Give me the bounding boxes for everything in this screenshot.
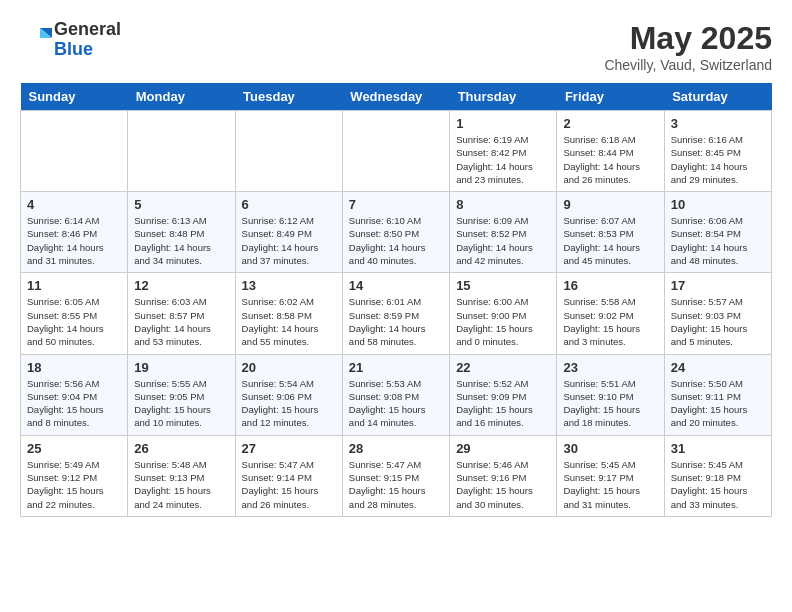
- day-info: Sunrise: 5:49 AM Sunset: 9:12 PM Dayligh…: [27, 458, 121, 511]
- calendar-cell: 28Sunrise: 5:47 AM Sunset: 9:15 PM Dayli…: [342, 435, 449, 516]
- day-info: Sunrise: 5:48 AM Sunset: 9:13 PM Dayligh…: [134, 458, 228, 511]
- day-info: Sunrise: 6:01 AM Sunset: 8:59 PM Dayligh…: [349, 295, 443, 348]
- calendar-week-2: 4Sunrise: 6:14 AM Sunset: 8:46 PM Daylig…: [21, 192, 772, 273]
- weekday-header-monday: Monday: [128, 83, 235, 111]
- logo-text: General Blue: [54, 20, 121, 60]
- logo: General Blue: [20, 20, 121, 60]
- calendar-cell: 17Sunrise: 5:57 AM Sunset: 9:03 PM Dayli…: [664, 273, 771, 354]
- day-number: 11: [27, 278, 121, 293]
- month-title: May 2025: [604, 20, 772, 57]
- day-info: Sunrise: 6:07 AM Sunset: 8:53 PM Dayligh…: [563, 214, 657, 267]
- day-info: Sunrise: 5:47 AM Sunset: 9:15 PM Dayligh…: [349, 458, 443, 511]
- day-info: Sunrise: 5:51 AM Sunset: 9:10 PM Dayligh…: [563, 377, 657, 430]
- calendar-cell: 11Sunrise: 6:05 AM Sunset: 8:55 PM Dayli…: [21, 273, 128, 354]
- logo-blue: Blue: [54, 40, 121, 60]
- day-info: Sunrise: 5:52 AM Sunset: 9:09 PM Dayligh…: [456, 377, 550, 430]
- day-number: 23: [563, 360, 657, 375]
- calendar-cell: 10Sunrise: 6:06 AM Sunset: 8:54 PM Dayli…: [664, 192, 771, 273]
- day-info: Sunrise: 6:19 AM Sunset: 8:42 PM Dayligh…: [456, 133, 550, 186]
- calendar-week-1: 1Sunrise: 6:19 AM Sunset: 8:42 PM Daylig…: [21, 111, 772, 192]
- day-number: 20: [242, 360, 336, 375]
- calendar-cell: 15Sunrise: 6:00 AM Sunset: 9:00 PM Dayli…: [450, 273, 557, 354]
- page-header: General Blue May 2025 Chevilly, Vaud, Sw…: [20, 20, 772, 73]
- day-number: 31: [671, 441, 765, 456]
- calendar-cell: 16Sunrise: 5:58 AM Sunset: 9:02 PM Dayli…: [557, 273, 664, 354]
- day-info: Sunrise: 6:05 AM Sunset: 8:55 PM Dayligh…: [27, 295, 121, 348]
- calendar-cell: [21, 111, 128, 192]
- calendar-cell: [235, 111, 342, 192]
- day-info: Sunrise: 5:57 AM Sunset: 9:03 PM Dayligh…: [671, 295, 765, 348]
- calendar-cell: 4Sunrise: 6:14 AM Sunset: 8:46 PM Daylig…: [21, 192, 128, 273]
- calendar-cell: [128, 111, 235, 192]
- calendar-cell: 25Sunrise: 5:49 AM Sunset: 9:12 PM Dayli…: [21, 435, 128, 516]
- day-number: 5: [134, 197, 228, 212]
- day-info: Sunrise: 5:56 AM Sunset: 9:04 PM Dayligh…: [27, 377, 121, 430]
- day-info: Sunrise: 6:10 AM Sunset: 8:50 PM Dayligh…: [349, 214, 443, 267]
- calendar-cell: 8Sunrise: 6:09 AM Sunset: 8:52 PM Daylig…: [450, 192, 557, 273]
- day-info: Sunrise: 6:16 AM Sunset: 8:45 PM Dayligh…: [671, 133, 765, 186]
- day-number: 9: [563, 197, 657, 212]
- day-number: 4: [27, 197, 121, 212]
- calendar-cell: 18Sunrise: 5:56 AM Sunset: 9:04 PM Dayli…: [21, 354, 128, 435]
- calendar-cell: 3Sunrise: 6:16 AM Sunset: 8:45 PM Daylig…: [664, 111, 771, 192]
- day-info: Sunrise: 6:02 AM Sunset: 8:58 PM Dayligh…: [242, 295, 336, 348]
- day-info: Sunrise: 6:14 AM Sunset: 8:46 PM Dayligh…: [27, 214, 121, 267]
- calendar-cell: 14Sunrise: 6:01 AM Sunset: 8:59 PM Dayli…: [342, 273, 449, 354]
- calendar-cell: 27Sunrise: 5:47 AM Sunset: 9:14 PM Dayli…: [235, 435, 342, 516]
- day-number: 14: [349, 278, 443, 293]
- calendar-cell: 24Sunrise: 5:50 AM Sunset: 9:11 PM Dayli…: [664, 354, 771, 435]
- calendar-week-3: 11Sunrise: 6:05 AM Sunset: 8:55 PM Dayli…: [21, 273, 772, 354]
- logo-general: General: [54, 20, 121, 40]
- calendar-cell: 13Sunrise: 6:02 AM Sunset: 8:58 PM Dayli…: [235, 273, 342, 354]
- day-number: 29: [456, 441, 550, 456]
- day-number: 18: [27, 360, 121, 375]
- calendar-cell: 30Sunrise: 5:45 AM Sunset: 9:17 PM Dayli…: [557, 435, 664, 516]
- day-number: 15: [456, 278, 550, 293]
- weekday-header-row: SundayMondayTuesdayWednesdayThursdayFrid…: [21, 83, 772, 111]
- calendar-table: SundayMondayTuesdayWednesdayThursdayFrid…: [20, 83, 772, 517]
- calendar-cell: 22Sunrise: 5:52 AM Sunset: 9:09 PM Dayli…: [450, 354, 557, 435]
- day-number: 17: [671, 278, 765, 293]
- title-block: May 2025 Chevilly, Vaud, Switzerland: [604, 20, 772, 73]
- day-info: Sunrise: 6:03 AM Sunset: 8:57 PM Dayligh…: [134, 295, 228, 348]
- calendar-cell: 31Sunrise: 5:45 AM Sunset: 9:18 PM Dayli…: [664, 435, 771, 516]
- day-number: 2: [563, 116, 657, 131]
- weekday-header-thursday: Thursday: [450, 83, 557, 111]
- day-info: Sunrise: 6:18 AM Sunset: 8:44 PM Dayligh…: [563, 133, 657, 186]
- calendar-cell: 12Sunrise: 6:03 AM Sunset: 8:57 PM Dayli…: [128, 273, 235, 354]
- weekday-header-sunday: Sunday: [21, 83, 128, 111]
- calendar-cell: 23Sunrise: 5:51 AM Sunset: 9:10 PM Dayli…: [557, 354, 664, 435]
- day-info: Sunrise: 6:00 AM Sunset: 9:00 PM Dayligh…: [456, 295, 550, 348]
- day-info: Sunrise: 6:13 AM Sunset: 8:48 PM Dayligh…: [134, 214, 228, 267]
- calendar-cell: 29Sunrise: 5:46 AM Sunset: 9:16 PM Dayli…: [450, 435, 557, 516]
- calendar-cell: 1Sunrise: 6:19 AM Sunset: 8:42 PM Daylig…: [450, 111, 557, 192]
- day-number: 27: [242, 441, 336, 456]
- calendar-cell: 6Sunrise: 6:12 AM Sunset: 8:49 PM Daylig…: [235, 192, 342, 273]
- logo-icon: [20, 24, 52, 56]
- day-info: Sunrise: 5:45 AM Sunset: 9:18 PM Dayligh…: [671, 458, 765, 511]
- day-info: Sunrise: 5:58 AM Sunset: 9:02 PM Dayligh…: [563, 295, 657, 348]
- day-number: 19: [134, 360, 228, 375]
- day-number: 12: [134, 278, 228, 293]
- day-number: 10: [671, 197, 765, 212]
- calendar-cell: 26Sunrise: 5:48 AM Sunset: 9:13 PM Dayli…: [128, 435, 235, 516]
- day-number: 28: [349, 441, 443, 456]
- day-number: 21: [349, 360, 443, 375]
- calendar-week-4: 18Sunrise: 5:56 AM Sunset: 9:04 PM Dayli…: [21, 354, 772, 435]
- day-info: Sunrise: 5:55 AM Sunset: 9:05 PM Dayligh…: [134, 377, 228, 430]
- weekday-header-saturday: Saturday: [664, 83, 771, 111]
- day-number: 26: [134, 441, 228, 456]
- day-number: 24: [671, 360, 765, 375]
- calendar-cell: 9Sunrise: 6:07 AM Sunset: 8:53 PM Daylig…: [557, 192, 664, 273]
- day-number: 1: [456, 116, 550, 131]
- day-info: Sunrise: 5:53 AM Sunset: 9:08 PM Dayligh…: [349, 377, 443, 430]
- day-info: Sunrise: 5:46 AM Sunset: 9:16 PM Dayligh…: [456, 458, 550, 511]
- day-number: 7: [349, 197, 443, 212]
- calendar-cell: 2Sunrise: 6:18 AM Sunset: 8:44 PM Daylig…: [557, 111, 664, 192]
- day-info: Sunrise: 6:09 AM Sunset: 8:52 PM Dayligh…: [456, 214, 550, 267]
- day-info: Sunrise: 5:45 AM Sunset: 9:17 PM Dayligh…: [563, 458, 657, 511]
- calendar-cell: 5Sunrise: 6:13 AM Sunset: 8:48 PM Daylig…: [128, 192, 235, 273]
- day-info: Sunrise: 5:54 AM Sunset: 9:06 PM Dayligh…: [242, 377, 336, 430]
- day-info: Sunrise: 6:06 AM Sunset: 8:54 PM Dayligh…: [671, 214, 765, 267]
- calendar-cell: 20Sunrise: 5:54 AM Sunset: 9:06 PM Dayli…: [235, 354, 342, 435]
